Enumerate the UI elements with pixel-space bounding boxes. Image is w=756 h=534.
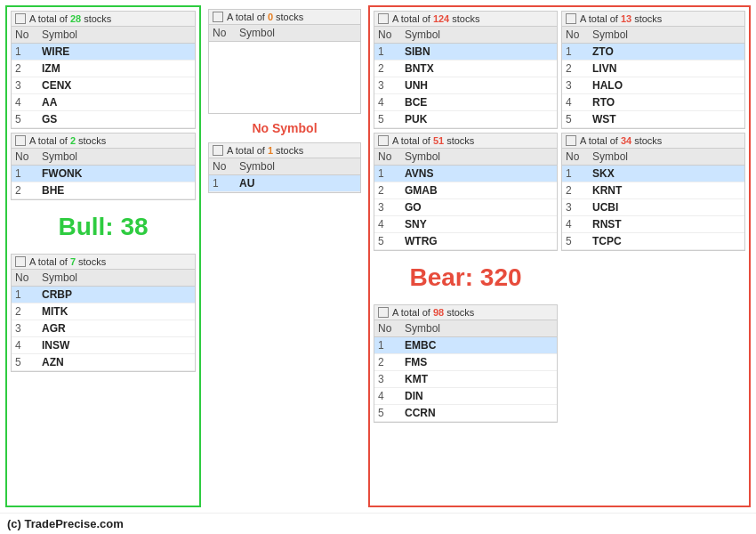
bear-columns: A total of 124 stocks No Symbol 1SIBN 2B… <box>374 11 745 502</box>
table-row: 2GMAB <box>374 182 557 199</box>
table-row: 5AZN <box>12 354 195 371</box>
bear-c1-t1-count: 124 <box>433 13 449 24</box>
bear-c2-t2-count: 34 <box>621 135 631 146</box>
table-row: 2KRNT <box>562 182 744 199</box>
table-row: 1ZTO <box>562 44 744 61</box>
table-row: 5WST <box>562 111 744 128</box>
bull-table-3-header: A total of 7 stocks <box>12 255 195 270</box>
bull-table-3-total: A total of 7 stocks <box>29 256 106 267</box>
table-row: 3HALO <box>562 77 744 94</box>
bear-section: A total of 124 stocks No Symbol 1SIBN 2B… <box>368 5 751 507</box>
bear-c1-t3-col-headers: No Symbol <box>374 320 557 337</box>
col-no-label: No <box>15 28 42 41</box>
bear-col-1: A total of 124 stocks No Symbol 1SIBN 2B… <box>374 11 558 502</box>
table-row: 1SKX <box>562 166 744 182</box>
checkbox-icon-b1t2 <box>378 135 389 146</box>
bear-c1-t2-count: 51 <box>433 135 444 146</box>
ns-table-1-count: 0 <box>268 12 273 22</box>
bull-table-3-count: 7 <box>70 256 76 267</box>
bull-table-2: A total of 2 stocks No Symbol 1FWONK 2BH… <box>11 133 196 200</box>
bear-c1-t3-count: 98 <box>433 307 444 318</box>
table-row: 5PUK <box>374 111 557 128</box>
table-row: 4BCE <box>374 94 557 111</box>
bull-table-2-total: A total of 2 stocks <box>29 135 106 146</box>
table-row: 2FMS <box>374 354 557 371</box>
checkbox-icon-2 <box>15 135 26 146</box>
no-symbol-title: No Symbol <box>208 117 361 139</box>
bear-c1-table-2: A total of 51 stocks No Symbol 1AVNS 2GM… <box>374 133 558 251</box>
table-row: 3AGR <box>12 320 195 337</box>
table-row: 1FWONK <box>12 166 195 182</box>
bull-table-1: A total of 28 stocks No Symbol 1WIRE 2IZ… <box>11 11 196 129</box>
bear-c1-t2-col-headers: No Symbol <box>374 149 557 166</box>
bear-count-label: Bear: 320 <box>374 255 558 301</box>
table-row: 2MITK <box>12 303 195 320</box>
bear-c2-t1-header: A total of 13 stocks <box>562 12 744 27</box>
bear-c1-table-1: A total of 124 stocks No Symbol 1SIBN 2B… <box>374 11 558 129</box>
bull-table-3-col-headers: No Symbol <box>12 270 195 287</box>
bull-table-3: A total of 7 stocks No Symbol 1CRBP 2MIT… <box>11 254 196 372</box>
bull-table-2-col-headers: No Symbol <box>12 149 195 166</box>
table-row: 4RNST <box>562 216 744 233</box>
bull-table-2-header: A total of 2 stocks <box>12 134 195 149</box>
copyright-text: (c) TradePrecise.com <box>7 517 124 530</box>
checkbox-icon-ns2 <box>213 145 223 156</box>
bear-c2-t1-col-headers: No Symbol <box>562 27 744 44</box>
bull-table-1-total: A total of 28 stocks <box>29 13 111 24</box>
table-row: 5GS <box>12 111 195 128</box>
table-row: 2BNTX <box>374 61 557 77</box>
bull-table-1-header: A total of 28 stocks <box>12 12 195 27</box>
empty-rows <box>209 42 360 113</box>
no-symbol-table-2: A total of 1 stocks No Symbol 1AU <box>208 142 361 193</box>
table-row: 2BHE <box>12 182 195 199</box>
bear-c1-t1-total: A total of 124 stocks <box>392 13 479 24</box>
bear-c2-table-2: A total of 34 stocks No Symbol 1SKX 2KRN… <box>561 133 745 251</box>
table-row: 5TCPC <box>562 233 744 250</box>
no-symbol-table-1: A total of 0 stocks No Symbol <box>208 9 361 114</box>
table-row: 2IZM <box>12 61 195 77</box>
checkbox-icon-b1t3 <box>378 307 389 318</box>
checkbox-icon-b2t1 <box>566 13 576 24</box>
table-row: 4DIN <box>374 388 557 405</box>
bull-count-label: Bull: 38 <box>11 204 196 250</box>
footer: (c) TradePrecise.com <box>0 513 756 534</box>
table-row: 5WTRG <box>374 233 557 250</box>
ns-table-1-col-headers: No Symbol <box>209 25 360 42</box>
table-row: 5CCRN <box>374 405 557 422</box>
bull-table-1-col-headers: No Symbol <box>12 27 195 44</box>
table-row: 4SNY <box>374 216 557 233</box>
bear-c1-t3-header: A total of 98 stocks <box>374 305 557 320</box>
bear-c2-t1-total: A total of 13 stocks <box>580 13 662 24</box>
checkbox-icon-b2t2 <box>566 135 576 146</box>
bear-c1-t1-col-headers: No Symbol <box>374 27 557 44</box>
bull-table-1-count: 28 <box>70 13 81 24</box>
bull-table-2-count: 2 <box>70 135 76 146</box>
ns-table-1-header: A total of 0 stocks <box>209 10 360 25</box>
checkbox-icon-1 <box>15 13 26 24</box>
table-row: 4AA <box>12 94 195 111</box>
main-container: A total of 28 stocks No Symbol 1WIRE 2IZ… <box>0 0 756 513</box>
bear-c2-t2-total: A total of 34 stocks <box>580 135 662 146</box>
ns-table-2-count: 1 <box>268 145 273 156</box>
table-row: 1SIBN <box>374 44 557 61</box>
bear-c1-t1-header: A total of 124 stocks <box>374 12 557 27</box>
table-row: 3UCBI <box>562 199 744 216</box>
bull-section: A total of 28 stocks No Symbol 1WIRE 2IZ… <box>5 5 201 507</box>
ns-table-1-total: A total of 0 stocks <box>227 12 303 22</box>
table-row: 4RTO <box>562 94 744 111</box>
bear-c2-t1-count: 13 <box>621 13 631 24</box>
bear-c1-t2-total: A total of 51 stocks <box>392 135 474 146</box>
table-row: 1AU <box>209 175 360 192</box>
table-row: 3GO <box>374 199 557 216</box>
bear-c2-t2-header: A total of 34 stocks <box>562 134 744 149</box>
table-row: 3KMT <box>374 371 557 388</box>
bear-c2-t2-col-headers: No Symbol <box>562 149 744 166</box>
col-symbol-label: Symbol <box>42 28 191 41</box>
table-row: 2LIVN <box>562 61 744 77</box>
no-symbol-section: A total of 0 stocks No Symbol No Symbol … <box>205 5 365 507</box>
table-row: 4INSW <box>12 337 195 354</box>
table-row: 1EMBC <box>374 337 557 354</box>
ns-table-2-header: A total of 1 stocks <box>209 143 360 158</box>
table-row: 3CENX <box>12 77 195 94</box>
bear-col-2: A total of 13 stocks No Symbol 1ZTO 2LIV… <box>561 11 745 502</box>
